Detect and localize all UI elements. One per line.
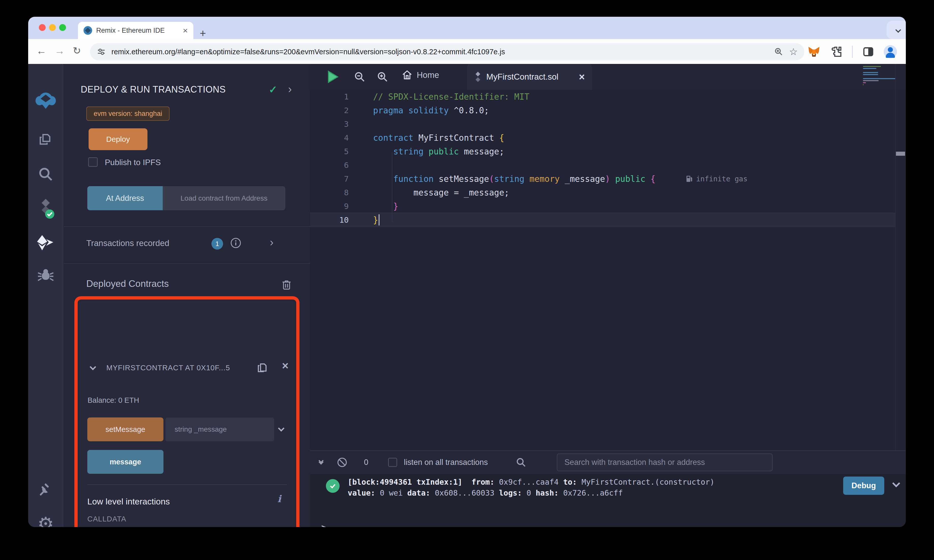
file-tab-close-icon[interactable]: × bbox=[579, 72, 585, 82]
solidity-file-icon bbox=[474, 71, 482, 82]
bookmark-star-icon[interactable]: ☆ bbox=[789, 47, 798, 57]
code-line[interactable]: 1// SPDX-License-Identifier: MIT bbox=[310, 90, 895, 103]
panel-title: DEPLOY & RUN TRANSACTIONS bbox=[81, 84, 226, 95]
site-settings-icon[interactable] bbox=[97, 47, 106, 56]
line-number: 5 bbox=[310, 147, 373, 156]
search-icon[interactable] bbox=[28, 164, 63, 185]
side-panel-icon[interactable] bbox=[862, 46, 874, 58]
solidity-compiler-icon[interactable] bbox=[28, 197, 63, 220]
expand-args-chevron-icon[interactable] bbox=[279, 426, 284, 432]
terminal-toolbar: 0 listen on all transactions Search with… bbox=[310, 451, 906, 474]
expand-terminal-icon[interactable] bbox=[319, 461, 323, 464]
zoom-window-button[interactable] bbox=[59, 24, 66, 31]
settings-gear-icon[interactable]: ⚙ bbox=[28, 512, 63, 527]
metamask-icon[interactable] bbox=[808, 45, 820, 58]
zoom-indicator-icon[interactable] bbox=[774, 47, 783, 57]
info-icon[interactable] bbox=[230, 237, 241, 249]
profile-avatar[interactable] bbox=[884, 45, 897, 58]
debug-button[interactable]: Debug bbox=[843, 477, 884, 495]
browser-toolbar: ← → ↻ remix.ethereum.org/#lang=en&optimi… bbox=[28, 39, 906, 64]
browser-tab[interactable]: Remix - Ethereum IDE × bbox=[78, 22, 193, 39]
at-address-group: At Address Load contract from Address bbox=[87, 186, 285, 210]
publish-ipfs-label: Publish to IPFS bbox=[105, 158, 161, 167]
run-script-play-icon[interactable] bbox=[327, 70, 339, 84]
back-button[interactable]: ← bbox=[36, 45, 46, 57]
deploy-button[interactable]: Deploy bbox=[89, 128, 148, 150]
address-bar[interactable]: remix.ethereum.org/#lang=en&optimize=fal… bbox=[90, 43, 804, 60]
remove-contract-icon[interactable]: × bbox=[282, 360, 288, 371]
transactions-recorded-label: Transactions recorded bbox=[86, 238, 169, 248]
indent-guide bbox=[392, 152, 392, 222]
deploy-run-icon[interactable] bbox=[28, 231, 63, 254]
deployed-contract-card: MYFIRSTCONTRACT AT 0X10F...5 × Balance: … bbox=[79, 301, 295, 527]
code-line[interactable]: 10} bbox=[310, 213, 895, 227]
close-window-button[interactable] bbox=[39, 24, 46, 31]
line-number: 10 bbox=[310, 215, 373, 225]
code-line[interactable]: 3 bbox=[310, 117, 895, 131]
code-line[interactable]: 6 bbox=[310, 158, 895, 172]
clear-deployed-trash-icon[interactable] bbox=[282, 279, 291, 290]
low-level-title: Low level interactions bbox=[87, 497, 170, 506]
tab-title: Remix - Ethereum IDE bbox=[96, 27, 179, 34]
contract-title[interactable]: MYFIRSTCONTRACT AT 0X10F...5 bbox=[106, 364, 248, 372]
evm-version-badge: evm version: shanghai bbox=[86, 106, 170, 121]
terminal-search-input[interactable]: Search with transaction hash or address bbox=[557, 454, 772, 471]
clear-console-icon[interactable] bbox=[336, 457, 348, 468]
forward-button[interactable]: → bbox=[55, 45, 65, 57]
low-level-info-icon[interactable]: i bbox=[277, 493, 281, 505]
chevron-down-icon bbox=[895, 27, 901, 33]
tab-myfirstcontract[interactable]: MyFirstContract.sol × bbox=[467, 64, 592, 90]
tab-search-button[interactable] bbox=[886, 21, 906, 39]
load-contract-input[interactable]: Load contract from Address bbox=[163, 186, 285, 210]
browser-window: Remix - Ethereum IDE × + ← → ↻ remix.eth… bbox=[28, 17, 906, 527]
log-expand-chevron-icon[interactable] bbox=[893, 481, 899, 487]
deploy-run-panel: DEPLOY & RUN TRANSACTIONS ✓ › evm versio… bbox=[64, 64, 310, 527]
file-explorer-icon[interactable] bbox=[28, 130, 63, 150]
code-line[interactable]: 4contract MyFirstContract { bbox=[310, 131, 895, 145]
reload-button[interactable]: ↻ bbox=[73, 45, 81, 56]
editor-minimap[interactable] bbox=[863, 66, 896, 86]
editor-zoom-out-icon[interactable] bbox=[354, 71, 365, 83]
line-number: 7 bbox=[310, 174, 373, 183]
plugin-manager-icon[interactable] bbox=[28, 477, 63, 500]
new-tab-button[interactable]: + bbox=[200, 28, 206, 40]
extensions-puzzle-icon[interactable] bbox=[830, 46, 842, 58]
terminal-prompt[interactable]: > bbox=[321, 522, 327, 527]
code-line[interactable]: 2pragma solidity ^0.8.0; bbox=[310, 103, 895, 117]
listen-all-label: listen on all transactions bbox=[404, 458, 488, 467]
debugger-icon[interactable] bbox=[28, 265, 63, 285]
listen-all-checkbox[interactable] bbox=[388, 458, 397, 467]
set-message-button[interactable]: setMessage bbox=[87, 417, 163, 441]
line-number: 3 bbox=[310, 120, 373, 129]
editor-scroll-thumb[interactable] bbox=[896, 152, 905, 156]
tab-close-icon[interactable]: × bbox=[183, 26, 188, 35]
code-line[interactable]: 5 string public message; bbox=[310, 145, 895, 158]
code-line[interactable]: 9 } bbox=[310, 199, 895, 213]
set-message-input[interactable]: string _message bbox=[165, 417, 274, 441]
tx-success-check-icon bbox=[326, 479, 340, 493]
publish-ipfs-checkbox[interactable] bbox=[88, 157, 98, 167]
tab-home[interactable]: Home bbox=[402, 69, 439, 81]
code-line[interactable]: 7 function setMessage(string memory _mes… bbox=[310, 172, 895, 186]
editor-scroll-gutter bbox=[895, 64, 895, 450]
code-area[interactable]: 1// SPDX-License-Identifier: MIT2pragma … bbox=[310, 90, 895, 450]
copy-address-icon[interactable] bbox=[256, 361, 268, 374]
divider bbox=[87, 485, 287, 485]
panel-expand-chevron-icon[interactable]: › bbox=[288, 83, 292, 95]
minimize-window-button[interactable] bbox=[49, 24, 56, 31]
transaction-log[interactable]: [block:4994361 txIndex:1] from: 0x9cf...… bbox=[348, 477, 714, 498]
divider bbox=[64, 263, 310, 264]
editor-region: Home MyFirstContract.sol × 1// SPDX-Lice… bbox=[310, 64, 906, 450]
terminal-region: 0 listen on all transactions Search with… bbox=[310, 450, 906, 527]
at-address-button[interactable]: At Address bbox=[87, 186, 163, 210]
gas-pump-icon bbox=[686, 175, 693, 182]
home-icon bbox=[402, 69, 413, 81]
contract-balance: Balance: 0 ETH bbox=[88, 396, 139, 405]
remix-logo-icon[interactable] bbox=[28, 89, 63, 112]
code-line[interactable]: 8 message = _message; bbox=[310, 186, 895, 199]
transactions-expand-chevron-icon[interactable]: › bbox=[270, 236, 274, 249]
url-text[interactable]: remix.ethereum.org/#lang=en&optimize=fal… bbox=[111, 48, 768, 56]
contract-collapse-chevron-icon[interactable] bbox=[91, 365, 95, 370]
editor-zoom-in-icon[interactable] bbox=[377, 71, 388, 83]
message-getter-button[interactable]: message bbox=[87, 450, 163, 474]
